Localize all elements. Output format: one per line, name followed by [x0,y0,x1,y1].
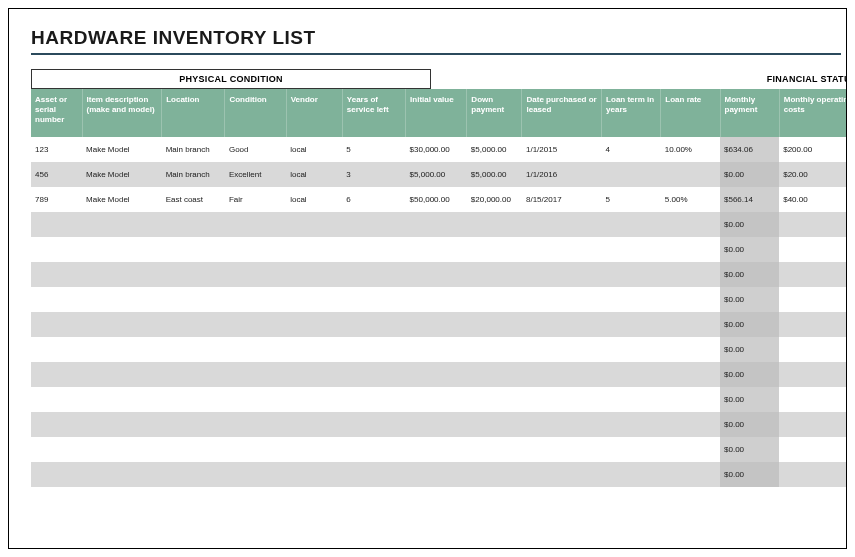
cell-condition[interactable] [225,312,286,337]
cell-desc[interactable] [82,312,162,337]
cell-term[interactable]: 5 [602,187,661,212]
cell-down[interactable] [467,387,522,412]
cell-desc[interactable] [82,412,162,437]
table-row[interactable]: $0.00 [31,337,847,362]
cell-monthly[interactable]: $0.00 [720,212,779,237]
cell-down[interactable] [467,212,522,237]
cell-location[interactable] [162,262,225,287]
cell-term[interactable] [602,462,661,487]
cell-down[interactable] [467,287,522,312]
cell-vendor[interactable] [286,412,342,437]
cell-desc[interactable] [82,362,162,387]
cell-term[interactable] [602,312,661,337]
cell-asset[interactable] [31,212,82,237]
cell-location[interactable]: East coast [162,187,225,212]
cell-desc[interactable] [82,287,162,312]
cell-term[interactable] [602,337,661,362]
cell-date[interactable] [522,312,602,337]
cell-term[interactable] [602,362,661,387]
table-row[interactable]: 789Make ModelEast coastFairlocal6$50,000… [31,187,847,212]
cell-down[interactable]: $5,000.00 [467,137,522,162]
cell-years[interactable] [342,287,405,312]
cell-down[interactable]: $5,000.00 [467,162,522,187]
cell-opcost[interactable] [779,462,847,487]
cell-monthly[interactable]: $0.00 [720,362,779,387]
cell-years[interactable] [342,437,405,462]
cell-condition[interactable] [225,212,286,237]
cell-term[interactable] [602,237,661,262]
cell-location[interactable] [162,412,225,437]
cell-initial[interactable] [406,337,467,362]
cell-location[interactable] [162,287,225,312]
cell-down[interactable] [467,312,522,337]
cell-opcost[interactable]: $40.00 [779,187,847,212]
cell-date[interactable] [522,362,602,387]
cell-rate[interactable] [661,237,720,262]
cell-condition[interactable]: Excellent [225,162,286,187]
cell-opcost[interactable] [779,412,847,437]
cell-vendor[interactable]: local [286,187,342,212]
cell-desc[interactable] [82,262,162,287]
cell-down[interactable] [467,437,522,462]
cell-term[interactable] [602,262,661,287]
cell-monthly[interactable]: $634.06 [720,137,779,162]
cell-condition[interactable] [225,287,286,312]
cell-initial[interactable] [406,387,467,412]
cell-monthly[interactable]: $0.00 [720,437,779,462]
cell-opcost[interactable] [779,212,847,237]
cell-initial[interactable] [406,237,467,262]
cell-monthly[interactable]: $0.00 [720,237,779,262]
cell-asset[interactable] [31,262,82,287]
cell-location[interactable] [162,212,225,237]
cell-rate[interactable]: 10.00% [661,137,720,162]
cell-years[interactable]: 6 [342,187,405,212]
cell-years[interactable] [342,212,405,237]
cell-rate[interactable] [661,437,720,462]
cell-opcost[interactable] [779,287,847,312]
cell-rate[interactable] [661,337,720,362]
cell-date[interactable] [522,337,602,362]
table-row[interactable]: 456Make ModelMain branchExcellentlocal3$… [31,162,847,187]
cell-vendor[interactable] [286,362,342,387]
cell-location[interactable] [162,387,225,412]
cell-vendor[interactable] [286,262,342,287]
cell-location[interactable]: Main branch [162,137,225,162]
cell-asset[interactable] [31,387,82,412]
cell-monthly[interactable]: $0.00 [720,262,779,287]
cell-location[interactable] [162,337,225,362]
cell-condition[interactable]: Fair [225,187,286,212]
cell-term[interactable] [602,412,661,437]
cell-date[interactable]: 1/1/2015 [522,137,602,162]
cell-down[interactable] [467,462,522,487]
cell-condition[interactable] [225,337,286,362]
cell-years[interactable]: 5 [342,137,405,162]
table-row[interactable]: $0.00 [31,312,847,337]
cell-years[interactable] [342,312,405,337]
cell-location[interactable] [162,462,225,487]
cell-vendor[interactable]: local [286,162,342,187]
cell-desc[interactable] [82,387,162,412]
cell-initial[interactable] [406,437,467,462]
table-row[interactable]: $0.00 [31,462,847,487]
cell-vendor[interactable] [286,462,342,487]
cell-desc[interactable] [82,437,162,462]
table-row[interactable]: $0.00 [31,362,847,387]
cell-initial[interactable] [406,262,467,287]
cell-term[interactable] [602,287,661,312]
cell-years[interactable] [342,262,405,287]
cell-rate[interactable] [661,162,720,187]
cell-monthly[interactable]: $0.00 [720,337,779,362]
cell-condition[interactable] [225,412,286,437]
cell-years[interactable] [342,362,405,387]
cell-location[interactable] [162,312,225,337]
cell-asset[interactable] [31,287,82,312]
cell-initial[interactable] [406,212,467,237]
cell-opcost[interactable] [779,262,847,287]
table-row[interactable]: 123Make ModelMain branchGoodlocal5$30,00… [31,137,847,162]
cell-condition[interactable] [225,437,286,462]
cell-date[interactable] [522,387,602,412]
cell-monthly[interactable]: $0.00 [720,387,779,412]
cell-initial[interactable] [406,462,467,487]
cell-desc[interactable]: Make Model [82,187,162,212]
cell-location[interactable] [162,362,225,387]
